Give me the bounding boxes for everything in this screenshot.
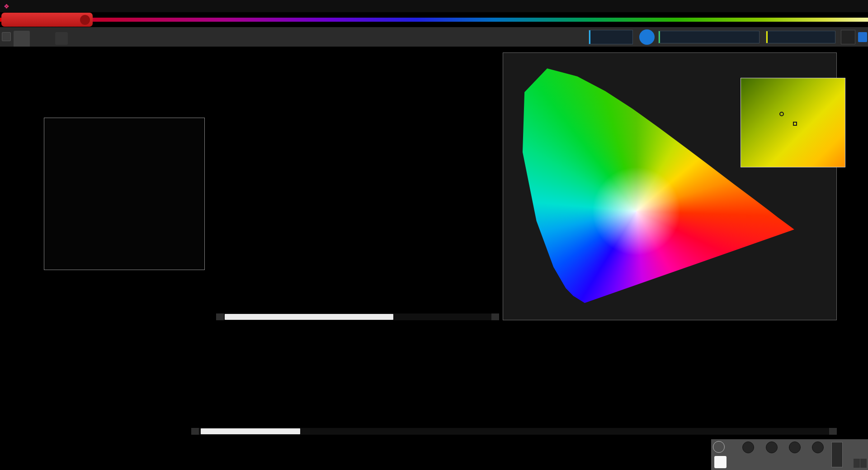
meter-select-button[interactable] xyxy=(589,30,633,44)
inset-measured-point xyxy=(779,112,784,116)
scroll-right-icon[interactable] xyxy=(860,459,867,468)
scroll-updown-button[interactable] xyxy=(831,442,843,467)
cie-plot xyxy=(519,61,835,304)
pattern-window-preview[interactable] xyxy=(714,456,726,468)
swatch-scroll-thumb[interactable] xyxy=(225,314,393,320)
swatch-scrollbar[interactable] xyxy=(216,313,499,320)
swatch-strip xyxy=(216,233,499,322)
scroll-left-icon[interactable] xyxy=(854,459,860,468)
add-tab-button[interactable] xyxy=(55,32,68,45)
app-icon: ❖ xyxy=(4,3,9,10)
swatch-scroll-track[interactable] xyxy=(224,313,491,320)
deltae-bars xyxy=(44,118,204,270)
minimize-button[interactable] xyxy=(806,0,826,12)
next-button[interactable] xyxy=(814,457,817,469)
maximize-button[interactable] xyxy=(826,0,847,12)
layout-expander-button[interactable] xyxy=(2,32,11,41)
deltae-chart xyxy=(44,118,205,270)
scroll-right-icon[interactable] xyxy=(491,313,499,320)
scroll-right-icon[interactable] xyxy=(829,428,837,435)
calman-app-window: ❖ xyxy=(0,0,868,470)
workflow-scroll-arrows xyxy=(854,459,867,468)
play-button[interactable] xyxy=(766,442,778,453)
inset-target-point xyxy=(793,122,797,126)
window-controls xyxy=(806,0,868,12)
stop-button[interactable] xyxy=(742,442,754,453)
close-button[interactable] xyxy=(847,0,868,12)
deltae-x-axis xyxy=(44,272,205,280)
display-accent-bar xyxy=(766,31,768,43)
pattern-palette xyxy=(0,439,711,470)
luminance-badge[interactable] xyxy=(639,29,655,45)
settings-gear-button[interactable] xyxy=(841,30,855,44)
rainbow-gradient-strip xyxy=(0,18,868,22)
cie-y-axis xyxy=(505,61,518,304)
tab-bar xyxy=(0,27,868,47)
table-scroll-track[interactable] xyxy=(199,428,829,435)
pattern-generator-button[interactable] xyxy=(658,31,760,43)
pattern-accent-bar xyxy=(659,31,660,43)
logo-dropdown-icon[interactable] xyxy=(80,15,90,25)
controls-panel xyxy=(711,439,868,470)
table-scrollbar[interactable] xyxy=(191,428,837,435)
title-bar: ❖ xyxy=(0,0,868,12)
table-scroll-thumb[interactable] xyxy=(201,428,300,434)
tab-history-1[interactable] xyxy=(14,31,30,47)
back-button[interactable] xyxy=(746,457,750,469)
save-button[interactable] xyxy=(789,442,801,453)
meter-accent-bar xyxy=(589,30,590,44)
cie-zoom-inset xyxy=(741,78,845,167)
scroll-left-icon[interactable] xyxy=(191,428,199,435)
calman-logo-button[interactable] xyxy=(1,13,93,27)
cie-x-axis xyxy=(519,307,835,314)
panel-toggle-button[interactable] xyxy=(858,32,867,42)
scroll-left-icon[interactable] xyxy=(216,313,224,320)
brand-bar xyxy=(0,12,868,27)
display-control-button[interactable] xyxy=(766,31,835,43)
collapse-button[interactable] xyxy=(713,441,725,453)
delta-charts xyxy=(206,55,499,236)
cie-panel xyxy=(503,52,837,320)
link-button[interactable] xyxy=(812,442,824,453)
